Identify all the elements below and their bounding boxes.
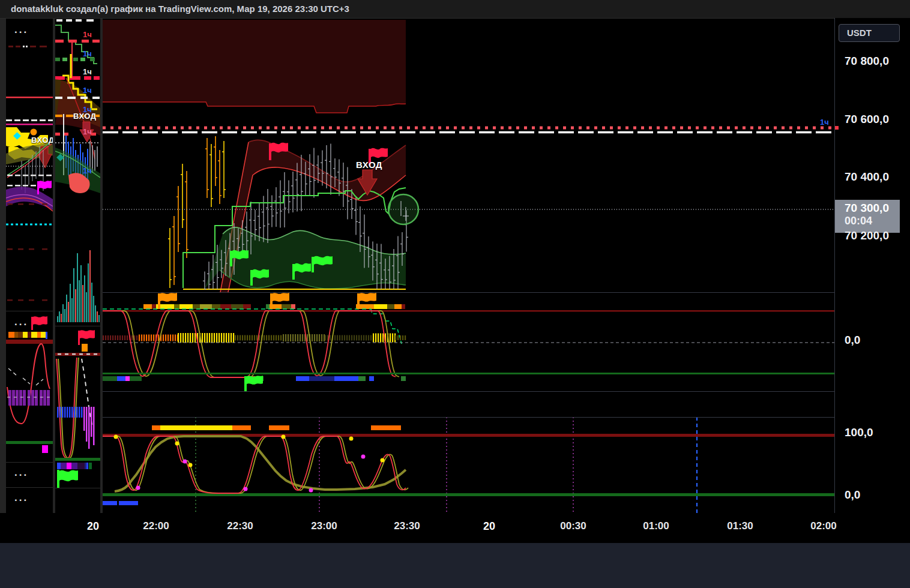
bar-countdown: 00:04: [845, 215, 900, 227]
footer-bar: TradingView: [0, 543, 910, 588]
green-flag-icon: [244, 376, 263, 391]
separator: [0, 18, 910, 19]
signal-colorbar: [57, 463, 92, 469]
time-axis-label: 22:00: [143, 520, 169, 532]
signal-dots-magenta: [136, 455, 366, 493]
timeframe-badge: 1ч: [83, 67, 92, 76]
time-axis[interactable]: 2022:0022:3023:0023:302000:3001:0001:300…: [0, 513, 910, 543]
price-scale-label: 0,0: [845, 334, 860, 347]
pane-separator[interactable]: [103, 391, 910, 392]
timeframe-badge: 1ч: [83, 166, 92, 175]
fast-curve-olive: [105, 436, 408, 493]
time-axis-label: 20: [483, 520, 495, 533]
price-scale-label: 70 400,0: [845, 170, 889, 184]
blue-segments: [103, 501, 138, 505]
price-axis[interactable]: USDT 70 300,0 00:04 70 800,070 600,070 4…: [834, 18, 910, 543]
last-price-value: 70 300,0: [845, 202, 900, 215]
timeframe-badge: 1ч: [83, 30, 92, 39]
price-chart-canvas: [103, 18, 834, 292]
red-flag-icon: [31, 316, 47, 330]
green-zero-bar: [55, 458, 100, 461]
magenta-line: [6, 124, 53, 125]
time-axis-label: 01:00: [643, 520, 669, 532]
last-price-badge: 70 300,0 00:04: [835, 200, 900, 233]
timeframe-badge: 1ч: [83, 49, 92, 58]
timeframe-badge: 1ч: [820, 118, 829, 127]
timeframe-badge: 1ч: [83, 127, 92, 136]
purple-histogram: [8, 390, 50, 406]
lower-band-line: [103, 373, 834, 374]
pane-more-button[interactable]: ...: [14, 470, 28, 476]
red-dash-row-thick: [55, 76, 100, 80]
upper-zone-fill: [103, 20, 406, 113]
upper-band-line: [103, 310, 834, 312]
price-scale-label: 100,0: [845, 426, 873, 439]
time-axis-label: 22:30: [227, 520, 253, 532]
heat-bar-segments: [143, 304, 405, 309]
price-scale-label: 70 200,0: [845, 229, 889, 242]
tradingview-snapshot: donatakkluk создал(а) график на TradingV…: [0, 0, 910, 588]
time-axis-label: 20: [87, 520, 99, 533]
red-dash-row: [55, 40, 100, 43]
level-tick: [835, 126, 839, 130]
osc-curve-red: [103, 311, 396, 377]
time-axis-label: 23:00: [311, 520, 337, 532]
orange-dot: [31, 129, 37, 136]
pane-more-button[interactable]: ...: [14, 319, 28, 325]
orange-block: [82, 344, 88, 352]
rsi-curve: [7, 344, 50, 424]
entry-marker-label: ВХОД: [356, 160, 382, 170]
heat-bar: [8, 332, 47, 339]
timeframe-badge: 1ч: [83, 86, 92, 95]
main-chart-pane[interactable]: ВХОД 1ч: [103, 18, 834, 543]
attribution-text: donatakkluk создал(а) график на TradingV…: [11, 4, 349, 14]
price-scale-label: 0,0: [845, 488, 860, 502]
oscillator-1-canvas: [103, 292, 834, 391]
bull-cloud-fill: [205, 227, 406, 289]
mini-chart-1-canvas: [6, 18, 53, 543]
mini-chart-2-canvas: [55, 18, 100, 543]
time-axis-label: 01:30: [727, 520, 753, 532]
white-dash-row: [56, 19, 94, 22]
currency-label: USDT: [847, 28, 872, 38]
heat-bar-segments: [152, 425, 401, 430]
red-flag-icon: [78, 330, 95, 345]
magenta-block: [42, 445, 48, 453]
time-axis-label: 02:00: [810, 520, 836, 532]
green-zero-bar: [6, 441, 53, 444]
time-axis-label: 00:30: [560, 520, 586, 532]
pane-more-button[interactable]: ...: [14, 27, 28, 33]
volume-histogram: [57, 250, 100, 322]
upper-band-bar: [55, 353, 100, 356]
upper-band-bar: [6, 340, 53, 344]
pane-separator[interactable]: [103, 292, 910, 293]
timeframe-badge: 1ч: [83, 105, 92, 114]
tick-histogram: [103, 333, 406, 343]
green-flag-icon: [57, 470, 78, 488]
price-scale-label: 70 600,0: [845, 113, 889, 126]
white-dash-fragments: [8, 368, 43, 385]
attribution-bar: donatakkluk создал(а) график на TradingV…: [0, 0, 910, 18]
left-edge-strip: [0, 18, 6, 543]
oversold-line: [103, 493, 834, 496]
mini-chart-pane-1[interactable]: ... ... ... ... ВХОД: [6, 18, 53, 543]
pane-separator[interactable]: [103, 417, 910, 418]
oscillator-2-canvas: [103, 417, 834, 513]
time-axis-label: 23:30: [394, 520, 420, 532]
darkred-dash-rows: [7, 203, 47, 301]
entry-marker-label: ВХОД: [31, 136, 53, 145]
mini-chart-pane-2[interactable]: ВХОД 1ч 1ч 1ч 1ч 1ч 1ч 1ч: [55, 18, 100, 543]
pane-more-button[interactable]: ...: [14, 495, 28, 501]
price-scale-label: 70 800,0: [845, 55, 889, 68]
currency-toggle-button[interactable]: USDT: [839, 24, 900, 42]
dash-row: [8, 46, 47, 47]
entry-circle-marker[interactable]: [388, 194, 418, 224]
red-level-line: [6, 97, 53, 98]
white-dash-row: [6, 119, 53, 121]
